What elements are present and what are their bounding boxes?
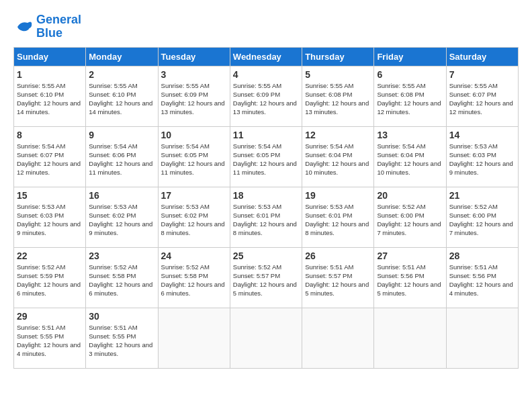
calendar-cell: 4 Sunrise: 5:55 AMSunset: 6:09 PMDayligh… bbox=[230, 66, 302, 126]
day-number: 6 bbox=[377, 69, 443, 80]
calendar-cell bbox=[230, 308, 302, 368]
day-info: Sunrise: 5:53 AMSunset: 6:01 PMDaylight:… bbox=[233, 202, 299, 238]
day-info: Sunrise: 5:55 AMSunset: 6:10 PMDaylight:… bbox=[89, 81, 154, 117]
calendar-cell: 13 Sunrise: 5:54 AMSunset: 6:04 PMDaylig… bbox=[374, 126, 446, 187]
day-number: 26 bbox=[305, 250, 371, 261]
day-number: 24 bbox=[161, 250, 227, 261]
day-header-sunday: Sunday bbox=[14, 47, 86, 66]
calendar-cell: 27 Sunrise: 5:51 AMSunset: 5:56 PMDaylig… bbox=[374, 247, 446, 308]
calendar-cell: 12 Sunrise: 5:54 AMSunset: 6:04 PMDaylig… bbox=[302, 126, 374, 187]
day-info: Sunrise: 5:51 AMSunset: 5:56 PMDaylight:… bbox=[449, 263, 515, 298]
calendar-cell: 11 Sunrise: 5:54 AMSunset: 6:05 PMDaylig… bbox=[230, 126, 302, 187]
calendar-cell: 6 Sunrise: 5:55 AMSunset: 6:08 PMDayligh… bbox=[374, 66, 446, 126]
calendar-cell: 5 Sunrise: 5:55 AMSunset: 6:08 PMDayligh… bbox=[302, 66, 374, 126]
day-number: 8 bbox=[17, 130, 83, 140]
day-info: Sunrise: 5:52 AMSunset: 6:00 PMDaylight:… bbox=[377, 202, 443, 238]
day-number: 23 bbox=[89, 250, 154, 261]
day-header-wednesday: Wednesday bbox=[230, 47, 302, 66]
day-info: Sunrise: 5:53 AMSunset: 6:02 PMDaylight:… bbox=[161, 202, 227, 238]
calendar-cell bbox=[446, 308, 518, 368]
day-header-monday: Monday bbox=[86, 47, 158, 66]
calendar-cell: 1 Sunrise: 5:55 AMSunset: 6:10 PMDayligh… bbox=[14, 66, 86, 126]
day-info: Sunrise: 5:53 AMSunset: 6:02 PMDaylight:… bbox=[89, 202, 154, 238]
day-header-thursday: Thursday bbox=[302, 47, 374, 66]
day-number: 3 bbox=[161, 69, 227, 80]
calendar-cell: 3 Sunrise: 5:55 AMSunset: 6:09 PMDayligh… bbox=[158, 66, 230, 126]
day-info: Sunrise: 5:52 AMSunset: 5:57 PMDaylight:… bbox=[233, 263, 299, 298]
day-number: 12 bbox=[305, 130, 371, 140]
day-number: 14 bbox=[449, 130, 515, 140]
day-info: Sunrise: 5:53 AMSunset: 6:01 PMDaylight:… bbox=[305, 202, 371, 238]
day-info: Sunrise: 5:55 AMSunset: 6:07 PMDaylight:… bbox=[449, 81, 515, 117]
calendar-cell bbox=[374, 308, 446, 368]
day-info: Sunrise: 5:55 AMSunset: 6:08 PMDaylight:… bbox=[305, 81, 371, 117]
logo-icon bbox=[13, 17, 34, 37]
day-info: Sunrise: 5:55 AMSunset: 6:09 PMDaylight:… bbox=[233, 81, 299, 117]
calendar-cell: 2 Sunrise: 5:55 AMSunset: 6:10 PMDayligh… bbox=[86, 66, 158, 126]
calendar-cell: 16 Sunrise: 5:53 AMSunset: 6:02 PMDaylig… bbox=[86, 187, 158, 247]
day-number: 5 bbox=[305, 69, 371, 80]
day-number: 22 bbox=[17, 250, 83, 261]
calendar-cell: 19 Sunrise: 5:53 AMSunset: 6:01 PMDaylig… bbox=[302, 187, 374, 247]
calendar-cell bbox=[158, 308, 230, 368]
day-number: 13 bbox=[377, 130, 443, 140]
day-info: Sunrise: 5:54 AMSunset: 6:05 PMDaylight:… bbox=[233, 142, 299, 177]
day-info: Sunrise: 5:52 AMSunset: 5:58 PMDaylight:… bbox=[161, 263, 227, 298]
day-info: Sunrise: 5:55 AMSunset: 6:10 PMDaylight:… bbox=[17, 81, 83, 117]
day-header-friday: Friday bbox=[374, 47, 446, 66]
calendar-table: SundayMondayTuesdayWednesdayThursdayFrid… bbox=[13, 47, 519, 369]
calendar-cell: 15 Sunrise: 5:53 AMSunset: 6:03 PMDaylig… bbox=[14, 187, 86, 247]
day-info: Sunrise: 5:52 AMSunset: 6:00 PMDaylight:… bbox=[449, 202, 515, 238]
calendar-cell: 22 Sunrise: 5:52 AMSunset: 5:59 PMDaylig… bbox=[14, 247, 86, 308]
day-number: 16 bbox=[89, 190, 154, 201]
day-number: 28 bbox=[449, 250, 515, 261]
day-info: Sunrise: 5:55 AMSunset: 6:08 PMDaylight:… bbox=[377, 81, 443, 117]
day-number: 11 bbox=[233, 130, 299, 140]
day-number: 17 bbox=[161, 190, 227, 201]
day-number: 27 bbox=[377, 250, 443, 261]
calendar-cell: 25 Sunrise: 5:52 AMSunset: 5:57 PMDaylig… bbox=[230, 247, 302, 308]
day-info: Sunrise: 5:53 AMSunset: 6:03 PMDaylight:… bbox=[17, 202, 83, 238]
day-number: 30 bbox=[89, 311, 154, 322]
day-number: 4 bbox=[233, 69, 299, 80]
calendar-cell: 23 Sunrise: 5:52 AMSunset: 5:58 PMDaylig… bbox=[86, 247, 158, 308]
calendar-cell: 14 Sunrise: 5:53 AMSunset: 6:03 PMDaylig… bbox=[446, 126, 518, 187]
day-number: 10 bbox=[161, 130, 227, 140]
calendar-cell: 30 Sunrise: 5:51 AMSunset: 5:55 PMDaylig… bbox=[86, 308, 158, 368]
day-number: 7 bbox=[449, 69, 515, 80]
calendar-cell: 17 Sunrise: 5:53 AMSunset: 6:02 PMDaylig… bbox=[158, 187, 230, 247]
calendar-cell bbox=[302, 308, 374, 368]
calendar-cell: 7 Sunrise: 5:55 AMSunset: 6:07 PMDayligh… bbox=[446, 66, 518, 126]
day-number: 29 bbox=[17, 311, 83, 322]
day-info: Sunrise: 5:54 AMSunset: 6:04 PMDaylight:… bbox=[305, 142, 371, 177]
day-header-tuesday: Tuesday bbox=[158, 47, 230, 66]
calendar-cell: 20 Sunrise: 5:52 AMSunset: 6:00 PMDaylig… bbox=[374, 187, 446, 247]
day-info: Sunrise: 5:51 AMSunset: 5:57 PMDaylight:… bbox=[305, 263, 371, 298]
day-number: 9 bbox=[89, 130, 154, 140]
page-header: General Blue bbox=[13, 13, 519, 40]
day-number: 25 bbox=[233, 250, 299, 261]
day-number: 2 bbox=[89, 69, 154, 80]
calendar-cell: 28 Sunrise: 5:51 AMSunset: 5:56 PMDaylig… bbox=[446, 247, 518, 308]
day-number: 19 bbox=[305, 190, 371, 201]
day-number: 18 bbox=[233, 190, 299, 201]
day-number: 15 bbox=[17, 190, 83, 201]
day-info: Sunrise: 5:54 AMSunset: 6:07 PMDaylight:… bbox=[17, 142, 83, 177]
day-info: Sunrise: 5:52 AMSunset: 5:59 PMDaylight:… bbox=[17, 263, 83, 298]
calendar-cell: 8 Sunrise: 5:54 AMSunset: 6:07 PMDayligh… bbox=[14, 126, 86, 187]
calendar-cell: 18 Sunrise: 5:53 AMSunset: 6:01 PMDaylig… bbox=[230, 187, 302, 247]
calendar-cell: 24 Sunrise: 5:52 AMSunset: 5:58 PMDaylig… bbox=[158, 247, 230, 308]
day-header-saturday: Saturday bbox=[446, 47, 518, 66]
calendar-cell: 10 Sunrise: 5:54 AMSunset: 6:05 PMDaylig… bbox=[158, 126, 230, 187]
day-info: Sunrise: 5:52 AMSunset: 5:58 PMDaylight:… bbox=[89, 263, 154, 298]
day-info: Sunrise: 5:51 AMSunset: 5:55 PMDaylight:… bbox=[89, 323, 154, 359]
calendar-cell: 29 Sunrise: 5:51 AMSunset: 5:55 PMDaylig… bbox=[14, 308, 86, 368]
calendar-cell: 9 Sunrise: 5:54 AMSunset: 6:06 PMDayligh… bbox=[86, 126, 158, 187]
logo: General Blue bbox=[13, 13, 81, 40]
calendar-cell: 21 Sunrise: 5:52 AMSunset: 6:00 PMDaylig… bbox=[446, 187, 518, 247]
day-info: Sunrise: 5:51 AMSunset: 5:56 PMDaylight:… bbox=[377, 263, 443, 298]
day-number: 20 bbox=[377, 190, 443, 201]
day-number: 21 bbox=[449, 190, 515, 201]
day-info: Sunrise: 5:55 AMSunset: 6:09 PMDaylight:… bbox=[161, 81, 227, 117]
calendar-cell: 26 Sunrise: 5:51 AMSunset: 5:57 PMDaylig… bbox=[302, 247, 374, 308]
